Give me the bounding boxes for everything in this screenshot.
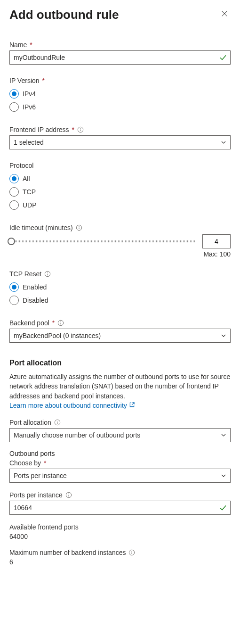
- port-allocation-heading: Port allocation: [9, 359, 231, 367]
- name-input[interactable]: [9, 50, 231, 65]
- info-icon[interactable]: [65, 492, 72, 498]
- ip-version-label: IP Version*: [9, 77, 231, 84]
- radio-icon: [9, 282, 19, 292]
- radio-label: IPv4: [23, 90, 36, 98]
- info-icon[interactable]: [57, 320, 64, 326]
- select-value: 1 selected: [14, 139, 44, 146]
- info-icon[interactable]: [54, 419, 61, 426]
- svg-point-13: [132, 551, 132, 552]
- learn-more-link[interactable]: Learn more about outbound connectivity: [9, 401, 135, 410]
- svg-point-3: [79, 226, 79, 227]
- frontend-ip-select[interactable]: 1 selected: [9, 135, 231, 149]
- max-backend-instances-label: Maximum number of backend instances: [9, 549, 231, 556]
- protocol-tcp-radio[interactable]: TCP: [9, 185, 231, 198]
- radio-label: Disabled: [23, 297, 48, 304]
- page-title: Add outbound rule: [9, 8, 119, 22]
- tcp-reset-enabled-radio[interactable]: Enabled: [9, 281, 231, 294]
- protocol-udp-radio[interactable]: UDP: [9, 198, 231, 212]
- info-icon[interactable]: [128, 549, 135, 556]
- chevron-down-icon: [221, 432, 226, 438]
- ip-version-ipv6-radio[interactable]: IPv6: [9, 100, 231, 114]
- slider-thumb[interactable]: [8, 238, 15, 245]
- external-link-icon: [129, 401, 135, 410]
- select-value: myBackendPool (0 instances): [14, 332, 101, 339]
- idle-timeout-max-label: Max: 100: [9, 250, 231, 258]
- svg-point-9: [57, 421, 57, 421]
- radio-label: Enabled: [23, 283, 47, 291]
- chevron-down-icon: [221, 140, 226, 145]
- protocol-all-radio[interactable]: All: [9, 172, 231, 185]
- close-button[interactable]: [218, 8, 231, 21]
- radio-label: TCP: [23, 188, 36, 196]
- select-value: Manually choose number of outbound ports: [14, 431, 140, 439]
- checkmark-icon: [219, 504, 227, 512]
- svg-point-5: [48, 272, 48, 273]
- name-label: Name*: [9, 41, 231, 49]
- backend-pool-select[interactable]: myBackendPool (0 instances): [9, 329, 231, 343]
- choose-by-label: Choose by*: [9, 459, 231, 467]
- choose-by-select[interactable]: Ports per instance: [9, 469, 231, 483]
- svg-point-1: [80, 128, 81, 129]
- max-backend-instances-value: 6: [9, 558, 231, 566]
- close-icon: [221, 11, 228, 18]
- radio-icon: [9, 102, 19, 112]
- ports-per-instance-input[interactable]: [9, 501, 231, 515]
- port-allocation-description: Azure automatically assigns the number o…: [9, 372, 231, 410]
- select-value: Ports per instance: [14, 472, 67, 479]
- svg-point-7: [61, 322, 61, 322]
- idle-timeout-slider[interactable]: [9, 237, 196, 246]
- info-icon[interactable]: [77, 126, 84, 133]
- radio-label: IPv6: [23, 103, 36, 111]
- port-allocation-label: Port allocation: [9, 419, 231, 426]
- radio-icon: [9, 89, 19, 99]
- ports-per-instance-label: Ports per instance: [9, 491, 231, 499]
- chevron-down-icon: [221, 473, 226, 479]
- radio-icon: [9, 200, 19, 210]
- svg-point-11: [68, 494, 69, 494]
- info-icon[interactable]: [76, 224, 82, 231]
- info-icon[interactable]: [44, 271, 51, 277]
- outbound-ports-heading: Outbound ports: [9, 450, 231, 457]
- frontend-ip-label: Frontend IP address*: [9, 126, 231, 133]
- radio-label: UDP: [23, 201, 37, 209]
- chevron-down-icon: [221, 333, 226, 339]
- backend-pool-label: Backend pool*: [9, 319, 231, 327]
- radio-icon: [9, 174, 19, 183]
- available-frontend-ports-value: 64000: [9, 533, 231, 540]
- idle-timeout-label: Idle timeout (minutes): [9, 224, 231, 231]
- radio-icon: [9, 296, 19, 305]
- ip-version-ipv4-radio[interactable]: IPv4: [9, 87, 231, 100]
- tcp-reset-label: TCP Reset: [9, 270, 231, 278]
- port-allocation-select[interactable]: Manually choose number of outbound ports: [9, 428, 231, 442]
- available-frontend-ports-label: Available frontend ports: [9, 523, 231, 531]
- tcp-reset-disabled-radio[interactable]: Disabled: [9, 294, 231, 307]
- slider-track: [9, 240, 196, 242]
- idle-timeout-value-input[interactable]: [202, 234, 231, 248]
- radio-icon: [9, 187, 19, 197]
- checkmark-icon: [219, 54, 227, 61]
- radio-label: All: [23, 175, 30, 182]
- protocol-label: Protocol: [9, 162, 231, 169]
